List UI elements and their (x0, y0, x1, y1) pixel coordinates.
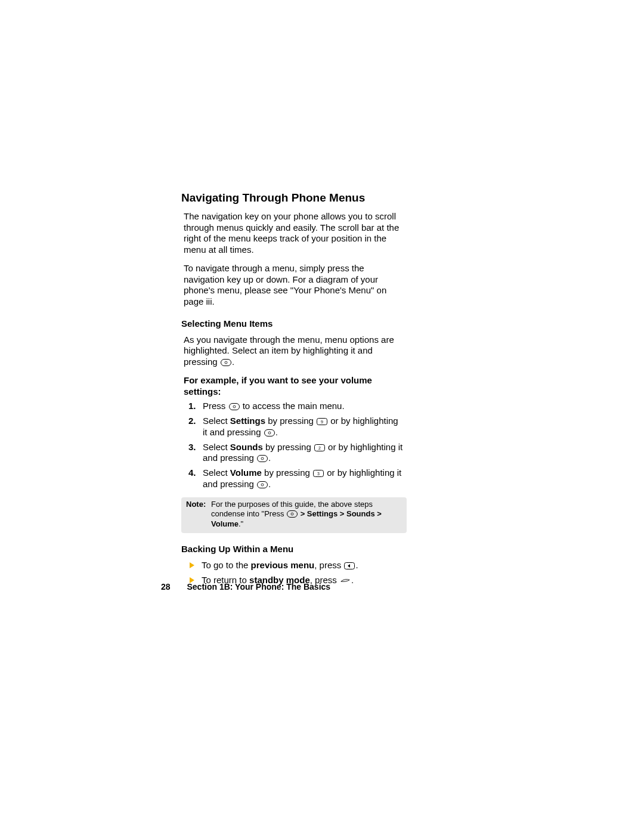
page-content: Navigating Through Phone Menus The navig… (181, 191, 405, 586)
end-key-icon (340, 577, 351, 584)
menu-key-icon (257, 481, 268, 488)
intro-paragraph-2: To navigate through a menu, simply press… (181, 263, 405, 308)
text-fragment: Select (203, 467, 230, 478)
selecting-paragraph: As you navigate through the menu, menu o… (181, 335, 405, 368)
intro-paragraph-1: The navigation key on your phone allows … (181, 211, 405, 256)
manual-page: Navigating Through Phone Menus The navig… (0, 0, 644, 833)
page-footer: 28 Section 1B: Your Phone: The Basics (161, 582, 330, 592)
key-2-icon: 2 (314, 444, 325, 451)
bold-term: Sounds (230, 442, 263, 452)
svg-text:9: 9 (321, 420, 323, 424)
svg-rect-6 (264, 429, 274, 436)
svg-rect-16 (287, 511, 298, 518)
text-fragment: . (275, 427, 278, 437)
step-item: Select Volume by pressing 3 or by highli… (203, 467, 405, 490)
svg-text:3: 3 (317, 472, 320, 476)
text-fragment: by pressing (265, 416, 316, 426)
note-box: Note: For the purposes of this guide, th… (181, 497, 407, 534)
text-fragment: . (268, 479, 271, 489)
subheading-selecting: Selecting Menu Items (181, 318, 405, 330)
text-fragment: To go to the (202, 560, 251, 570)
bold-term: Settings (230, 416, 265, 426)
section-title: Section 1B: Your Phone: The Basics (187, 582, 330, 592)
page-heading: Navigating Through Phone Menus (181, 191, 405, 205)
menu-key-icon (257, 455, 268, 462)
text-fragment: . (351, 575, 354, 585)
text-fragment: . (355, 560, 358, 570)
text-fragment: Select (203, 416, 230, 426)
note-body: For the purposes of this guide, the abov… (211, 500, 402, 530)
text-fragment: Select (203, 442, 230, 452)
steps-list: Press to access the main menu. Select Se… (181, 401, 405, 490)
text-fragment: . (268, 453, 271, 463)
example-lead: For example, if you want to see your vol… (181, 375, 405, 398)
menu-key-icon (264, 429, 275, 436)
svg-rect-14 (258, 481, 268, 488)
step-item: Select Sounds by pressing 2 or by highli… (203, 442, 405, 465)
page-number: 28 (161, 582, 171, 592)
svg-rect-10 (258, 456, 268, 462)
svg-point-15 (261, 484, 264, 486)
bold-term: Volume (230, 467, 262, 478)
step-item: Select Settings by pressing 9 or by high… (203, 416, 405, 438)
svg-point-11 (261, 457, 264, 460)
svg-point-17 (291, 513, 293, 515)
text-fragment: . (232, 357, 234, 367)
text-fragment: by pressing (262, 467, 312, 478)
menu-key-icon (287, 510, 298, 518)
text-fragment: by pressing (263, 442, 314, 452)
menu-key-icon (221, 359, 231, 366)
svg-rect-2 (229, 404, 239, 410)
note-label: Note: (186, 500, 211, 530)
svg-point-1 (225, 361, 227, 364)
svg-point-7 (268, 432, 271, 434)
svg-point-3 (233, 405, 236, 408)
menu-key-icon (229, 403, 240, 410)
key-3-icon: 3 (313, 470, 324, 477)
key-9-icon: 9 (317, 418, 327, 425)
bullet-item: To go to the previous menu, press . (202, 560, 405, 571)
text-fragment: to access the main menu. (240, 401, 345, 411)
svg-rect-0 (221, 360, 231, 366)
bold-term: previous menu (251, 560, 315, 570)
back-key-icon (344, 562, 355, 569)
text-fragment: ." (239, 519, 243, 528)
subheading-backing-up: Backing Up Within a Menu (181, 544, 405, 555)
step-item: Press to access the main menu. (203, 401, 405, 412)
text-fragment: , press (314, 560, 343, 570)
text-fragment: Press (203, 401, 228, 411)
svg-text:2: 2 (318, 446, 321, 450)
text-fragment: As you navigate through the menu, menu o… (184, 335, 394, 367)
